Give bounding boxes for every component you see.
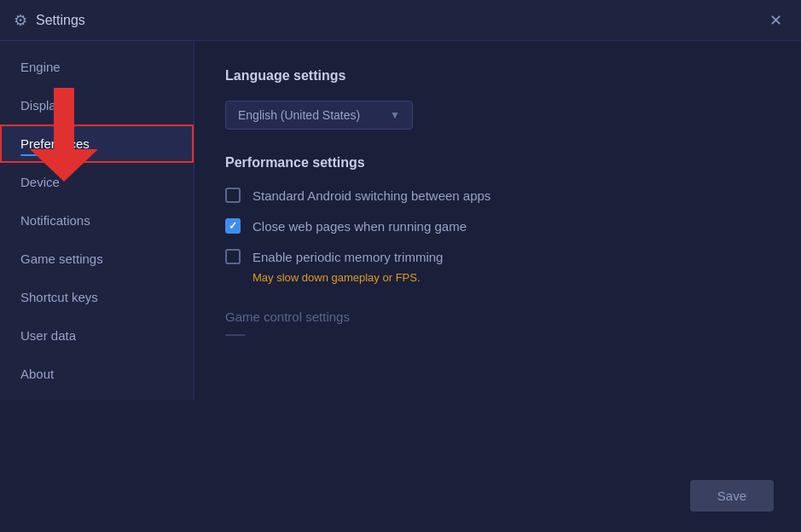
memory-trimming-label: Enable periodic memory trimming (252, 250, 443, 264)
close-button[interactable]: ✕ (763, 9, 787, 32)
android-switching-label: Standard Android switching between apps (252, 188, 490, 203)
memory-trimming-item: Enable periodic memory trimming (225, 249, 770, 264)
sidebar: Engine Display Preferences Device Notifi… (0, 41, 194, 400)
sidebar-item-notifications[interactable]: Notifications (0, 201, 194, 240)
sidebar-item-shortcut-keys[interactable]: Shortcut keys (0, 278, 194, 316)
content-area: Language settings English (United States… (194, 41, 801, 532)
footer: Save (690, 480, 774, 512)
close-web-pages-checkbox[interactable] (225, 218, 241, 234)
game-control-title: Game control settings (225, 309, 770, 324)
sidebar-item-user-data[interactable]: User data (0, 316, 194, 355)
window-title: Settings (36, 13, 85, 28)
language-section-title: Language settings (225, 68, 770, 84)
sidebar-item-display[interactable]: Display (0, 86, 194, 124)
sidebar-item-engine[interactable]: Engine (0, 48, 194, 86)
save-button[interactable]: Save (690, 480, 774, 512)
title-bar: ⚙ Settings ✕ (0, 0, 801, 41)
game-control-divider (225, 334, 246, 336)
memory-trimming-checkbox[interactable] (225, 249, 241, 264)
close-web-pages-label: Close web pages when running game (252, 219, 467, 234)
language-select[interactable]: English (United States) ▼ (225, 101, 413, 130)
sidebar-item-game-settings[interactable]: Game settings (0, 240, 194, 278)
main-content: Engine Display Preferences Device Notifi… (0, 41, 801, 532)
sidebar-wrapper: Engine Display Preferences Device Notifi… (0, 41, 194, 532)
gear-icon: ⚙ (14, 11, 27, 30)
language-section: Language settings English (United States… (225, 68, 770, 130)
chevron-down-icon: ▼ (390, 109, 400, 121)
title-bar-left: ⚙ Settings (14, 11, 763, 30)
close-web-pages-item: Close web pages when running game (225, 218, 770, 234)
sidebar-item-preferences[interactable]: Preferences (0, 124, 194, 163)
sidebar-item-device[interactable]: Device (0, 163, 194, 201)
android-switching-checkbox[interactable] (225, 188, 241, 203)
performance-section-title: Performance settings (225, 155, 770, 171)
game-control-section: Game control settings (225, 309, 770, 336)
performance-section: Performance settings Standard Android sw… (225, 155, 770, 284)
android-switching-item: Standard Android switching between apps (225, 188, 770, 203)
language-select-value: English (United States) (238, 108, 383, 122)
sidebar-item-about[interactable]: About (0, 355, 194, 393)
memory-warning-text: May slow down gameplay or FPS. (252, 271, 770, 284)
